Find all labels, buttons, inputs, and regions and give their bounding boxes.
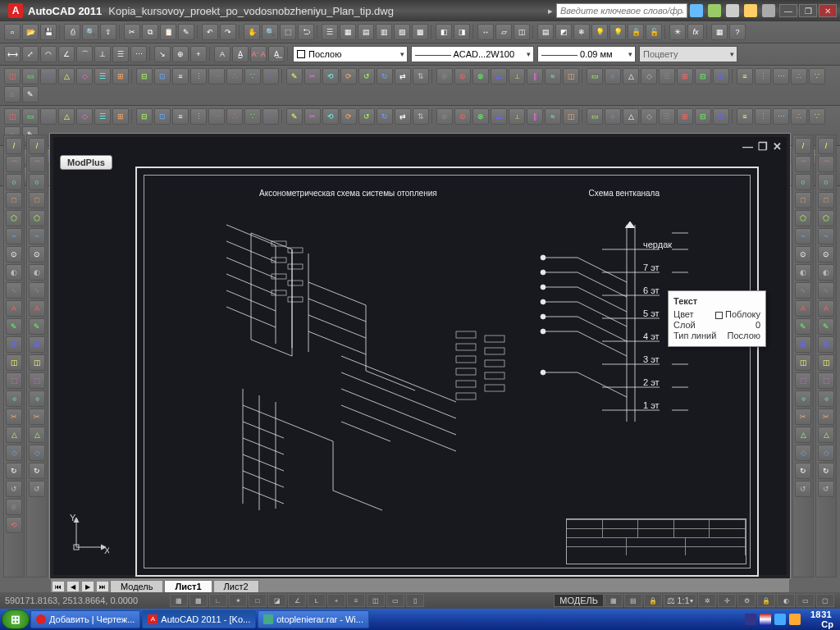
- tb3-btn-23[interactable]: ⊕: [436, 68, 453, 84]
- center-mark-button[interactable]: +: [190, 46, 207, 62]
- favorites-icon[interactable]: [744, 4, 757, 17]
- drawing-canvas[interactable]: — ❐ ✕ ModPlus Аксонометрическая схема си…: [53, 137, 787, 575]
- layer-off-button[interactable]: 💡: [591, 24, 608, 40]
- dim-baseline-button[interactable]: ☰: [112, 46, 129, 62]
- view-btn-19[interactable]: ↺: [795, 481, 811, 497]
- modify-btn-0[interactable]: /: [29, 138, 45, 154]
- modplus-badge[interactable]: ModPlus: [60, 155, 112, 170]
- toolbar-lock-button[interactable]: 🔒: [757, 594, 775, 607]
- search-icon[interactable]: [690, 4, 703, 17]
- start-button[interactable]: ⊞: [2, 609, 30, 629]
- tpy-toggle[interactable]: ◫: [367, 594, 385, 607]
- text-mtext-button[interactable]: A: [214, 46, 231, 62]
- tb4-btn-15[interactable]: ✎: [286, 108, 303, 125]
- tray-flag-icon[interactable]: [760, 614, 771, 625]
- draw-btn-5[interactable]: ~: [6, 228, 22, 244]
- view-btn-7[interactable]: ◐: [795, 264, 811, 281]
- app-logo[interactable]: A: [8, 3, 23, 18]
- annoauto-button[interactable]: ✢: [718, 594, 736, 607]
- inquiry-btn-1[interactable]: ⌒: [818, 156, 834, 172]
- inquiry-btn-0[interactable]: /: [818, 138, 834, 154]
- ortho-toggle[interactable]: ∟: [209, 594, 227, 607]
- tab-model[interactable]: Модель: [110, 580, 163, 593]
- system-tray[interactable]: [740, 614, 806, 625]
- tb4-btn-21[interactable]: ⇄: [395, 108, 411, 125]
- tb3-btn-5[interactable]: ☰: [94, 68, 111, 84]
- tb4-btn-8[interactable]: ⊡: [154, 108, 171, 125]
- tb4-btn-19[interactable]: ↺: [358, 108, 375, 125]
- taskbar-item-yandex[interactable]: Добавить | Чертеж...: [30, 610, 140, 628]
- tb3-btn-11[interactable]: ⋯: [208, 68, 225, 84]
- tb3-btn-35[interactable]: ☰: [659, 68, 675, 84]
- draw-btn-8[interactable]: ∿: [6, 282, 22, 299]
- tb4-btn-32[interactable]: ○: [605, 108, 621, 125]
- text-single-button[interactable]: A̲: [232, 46, 249, 62]
- tb3-btn-44[interactable]: ⌂: [4, 86, 21, 103]
- draw-btn-0[interactable]: /: [6, 138, 22, 154]
- modify-btn-6[interactable]: ⊙: [29, 246, 45, 262]
- inquiry-btn-10[interactable]: ✎: [818, 318, 834, 335]
- view-btn-9[interactable]: A: [795, 300, 811, 317]
- text-edit-button[interactable]: A⁻A: [250, 46, 267, 62]
- draw-btn-7[interactable]: ◐: [6, 264, 22, 281]
- draw-btn-6[interactable]: ⊙: [6, 246, 22, 262]
- view-btn-0[interactable]: /: [795, 138, 811, 154]
- tb4-btn-41[interactable]: ⋯: [773, 108, 789, 125]
- tb3-btn-24[interactable]: ⊖: [454, 68, 471, 84]
- view-btn-10[interactable]: ✎: [795, 318, 811, 335]
- tb4-btn-7[interactable]: ⊟: [136, 108, 153, 125]
- tb4-btn-17[interactable]: ⟲: [322, 108, 339, 125]
- tb4-btn-37[interactable]: ⊟: [695, 108, 711, 125]
- draw-btn-20[interactable]: ⊕: [6, 499, 22, 515]
- tb4-btn-34[interactable]: ◇: [641, 108, 657, 125]
- properties-button[interactable]: ☰: [322, 24, 338, 40]
- tb3-btn-9[interactable]: ≡: [172, 68, 189, 84]
- zoom-prev-button[interactable]: ⮌: [298, 24, 314, 40]
- render-button[interactable]: ☀: [669, 24, 686, 40]
- view-btn-13[interactable]: ⬚: [795, 372, 811, 389]
- modify-btn-4[interactable]: ⬠: [29, 210, 45, 226]
- tb3-btn-33[interactable]: △: [623, 68, 639, 84]
- tb4-btn-39[interactable]: ≡: [737, 108, 753, 125]
- tb3-btn-30[interactable]: ◫: [563, 68, 579, 84]
- ws-button[interactable]: ⚙: [737, 594, 756, 607]
- draw-btn-4[interactable]: ⬠: [6, 210, 22, 226]
- view-btn-12[interactable]: ◫: [795, 354, 811, 371]
- tolerance-button[interactable]: ⊕: [172, 46, 189, 62]
- inquiry-btn-2[interactable]: ○: [818, 174, 834, 190]
- exchange-icon[interactable]: [726, 4, 739, 17]
- tb4-btn-40[interactable]: ⋮: [755, 108, 771, 125]
- tb3-btn-15[interactable]: ✎: [286, 68, 303, 84]
- view-btn-16[interactable]: △: [795, 427, 811, 443]
- tb3-btn-39[interactable]: ≡: [737, 68, 753, 84]
- measure-area-button[interactable]: ▱: [495, 24, 512, 40]
- quickcalc-button[interactable]: ▩: [412, 24, 428, 40]
- tb3-btn-12[interactable]: ∴: [226, 68, 243, 84]
- tb3-btn-27[interactable]: ⟂: [509, 68, 525, 84]
- modify-btn-14[interactable]: ⟐: [29, 390, 45, 407]
- help-button[interactable]: ?: [729, 24, 746, 40]
- tb4-btn-10[interactable]: ⋮: [190, 108, 207, 125]
- layer-prop-button[interactable]: ▤: [537, 24, 554, 40]
- dim-linear-button[interactable]: ⟷: [4, 46, 21, 62]
- annoscale-button[interactable]: 🔒: [644, 594, 662, 607]
- annotation-scale-dropdown[interactable]: ⚖1:1▾: [664, 594, 696, 607]
- coordinates-display[interactable]: 590171.8163, 2513.8664, 0.0000: [5, 596, 169, 605]
- tb3-btn-17[interactable]: ⟲: [322, 68, 339, 84]
- modify-btn-11[interactable]: ⊞: [29, 336, 45, 353]
- tb4-btn-20[interactable]: ↻: [377, 108, 393, 125]
- subscription-icon[interactable]: [708, 4, 721, 17]
- inquiry-btn-4[interactable]: ⬠: [818, 210, 834, 226]
- dim-angular-button[interactable]: ∠: [58, 46, 75, 62]
- lwt-toggle[interactable]: ≡: [347, 594, 365, 607]
- modify-btn-2[interactable]: ○: [29, 174, 45, 190]
- grid-toggle[interactable]: ▩: [189, 594, 208, 607]
- paste-button[interactable]: 📋: [160, 24, 176, 40]
- tb3-btn-7[interactable]: ⊟: [136, 68, 153, 84]
- save-button[interactable]: 💾: [40, 24, 57, 40]
- polar-toggle[interactable]: ✶: [229, 594, 247, 607]
- tab-nav-first[interactable]: ⏮: [52, 581, 65, 592]
- modify-btn-18[interactable]: ↻: [29, 463, 45, 479]
- otrack-toggle[interactable]: ∠: [288, 594, 306, 607]
- snap-toggle[interactable]: ▦: [170, 594, 188, 607]
